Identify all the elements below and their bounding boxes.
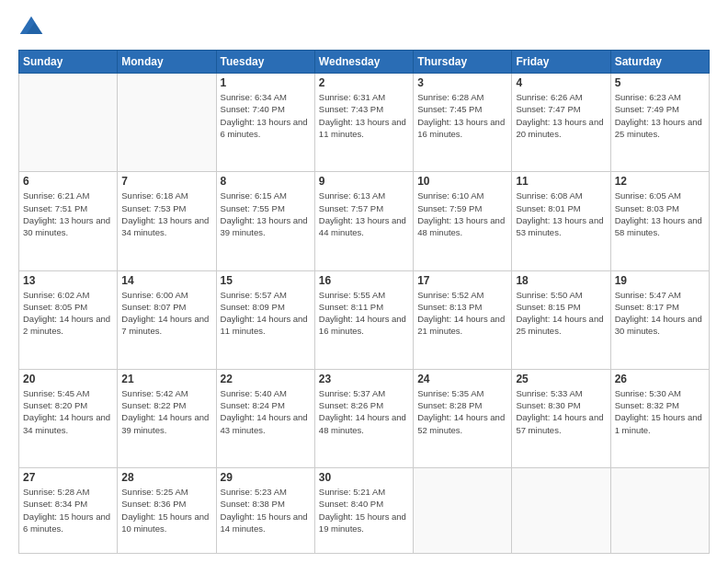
- calendar-cell: 9Sunrise: 6:13 AM Sunset: 7:57 PM Daylig…: [314, 172, 413, 270]
- day-info: Sunrise: 5:45 AM Sunset: 8:20 PM Dayligh…: [23, 387, 113, 436]
- day-info: Sunrise: 6:02 AM Sunset: 8:05 PM Dayligh…: [23, 289, 113, 338]
- day-info: Sunrise: 5:25 AM Sunset: 8:36 PM Dayligh…: [121, 486, 211, 534]
- day-info: Sunrise: 6:08 AM Sunset: 8:01 PM Dayligh…: [516, 190, 606, 238]
- calendar-cell: 7Sunrise: 6:18 AM Sunset: 7:53 PM Daylig…: [118, 172, 216, 270]
- day-info: Sunrise: 5:33 AM Sunset: 8:30 PM Dayligh…: [516, 387, 606, 436]
- day-number: 12: [615, 175, 705, 188]
- page: Sunday Monday Tuesday Wednesday Thursday…: [0, 0, 728, 563]
- header: [18, 15, 710, 40]
- col-tuesday: Tuesday: [216, 51, 314, 74]
- day-number: 28: [121, 471, 211, 484]
- day-number: 13: [23, 274, 113, 287]
- day-info: Sunrise: 5:55 AM Sunset: 8:11 PM Dayligh…: [319, 289, 409, 338]
- day-info: Sunrise: 6:10 AM Sunset: 7:59 PM Dayligh…: [417, 190, 507, 238]
- day-number: 30: [319, 471, 409, 484]
- calendar-cell: 27Sunrise: 5:28 AM Sunset: 8:34 PM Dayli…: [19, 468, 118, 554]
- calendar-cell: 12Sunrise: 6:05 AM Sunset: 8:03 PM Dayli…: [610, 172, 709, 270]
- calendar-cell: [414, 468, 512, 554]
- day-number: 10: [417, 175, 507, 188]
- col-wednesday: Wednesday: [314, 51, 413, 74]
- day-number: 17: [417, 274, 507, 287]
- calendar-cell: 26Sunrise: 5:30 AM Sunset: 8:32 PM Dayli…: [610, 369, 709, 467]
- day-info: Sunrise: 6:13 AM Sunset: 7:57 PM Dayligh…: [319, 190, 409, 238]
- calendar-cell: 3Sunrise: 6:28 AM Sunset: 7:45 PM Daylig…: [414, 74, 512, 172]
- day-info: Sunrise: 5:28 AM Sunset: 8:34 PM Dayligh…: [23, 486, 113, 534]
- day-info: Sunrise: 6:23 AM Sunset: 7:49 PM Dayligh…: [615, 91, 705, 140]
- calendar-cell: 30Sunrise: 5:21 AM Sunset: 8:40 PM Dayli…: [314, 468, 413, 554]
- calendar-cell: 15Sunrise: 5:57 AM Sunset: 8:09 PM Dayli…: [216, 270, 314, 369]
- day-number: 19: [615, 274, 705, 287]
- day-info: Sunrise: 6:26 AM Sunset: 7:47 PM Dayligh…: [516, 91, 606, 140]
- day-number: 25: [516, 373, 606, 385]
- day-number: 6: [23, 175, 113, 188]
- day-number: 8: [221, 175, 311, 188]
- col-friday: Friday: [512, 51, 610, 74]
- day-number: 3: [417, 76, 507, 89]
- calendar-cell: 23Sunrise: 5:37 AM Sunset: 8:26 PM Dayli…: [314, 369, 413, 467]
- calendar-cell: 10Sunrise: 6:10 AM Sunset: 7:59 PM Dayli…: [414, 172, 512, 270]
- calendar-cell: 6Sunrise: 6:21 AM Sunset: 7:51 PM Daylig…: [19, 172, 118, 270]
- day-info: Sunrise: 5:23 AM Sunset: 8:38 PM Dayligh…: [221, 486, 311, 534]
- day-number: 4: [516, 76, 606, 89]
- day-info: Sunrise: 6:18 AM Sunset: 7:53 PM Dayligh…: [121, 190, 211, 238]
- day-info: Sunrise: 5:50 AM Sunset: 8:15 PM Dayligh…: [516, 289, 606, 338]
- calendar-week-row: 27Sunrise: 5:28 AM Sunset: 8:34 PM Dayli…: [19, 468, 710, 554]
- calendar-cell: 14Sunrise: 6:00 AM Sunset: 8:07 PM Dayli…: [118, 270, 216, 369]
- calendar-week-row: 6Sunrise: 6:21 AM Sunset: 7:51 PM Daylig…: [19, 172, 710, 270]
- day-info: Sunrise: 6:31 AM Sunset: 7:43 PM Dayligh…: [319, 91, 409, 140]
- day-info: Sunrise: 6:21 AM Sunset: 7:51 PM Dayligh…: [23, 190, 113, 238]
- calendar-cell: 5Sunrise: 6:23 AM Sunset: 7:49 PM Daylig…: [610, 74, 709, 172]
- calendar-cell: 8Sunrise: 6:15 AM Sunset: 7:55 PM Daylig…: [216, 172, 314, 270]
- calendar-cell: 4Sunrise: 6:26 AM Sunset: 7:47 PM Daylig…: [512, 74, 610, 172]
- day-info: Sunrise: 6:00 AM Sunset: 8:07 PM Dayligh…: [121, 289, 211, 338]
- day-info: Sunrise: 6:28 AM Sunset: 7:45 PM Dayligh…: [417, 91, 507, 140]
- day-info: Sunrise: 5:42 AM Sunset: 8:22 PM Dayligh…: [121, 387, 211, 436]
- calendar-week-row: 20Sunrise: 5:45 AM Sunset: 8:20 PM Dayli…: [19, 369, 710, 467]
- calendar-cell: 13Sunrise: 6:02 AM Sunset: 8:05 PM Dayli…: [19, 270, 118, 369]
- day-number: 5: [615, 76, 705, 89]
- day-number: 11: [516, 175, 606, 188]
- day-number: 20: [23, 373, 113, 385]
- day-number: 24: [417, 373, 507, 385]
- calendar-cell: 25Sunrise: 5:33 AM Sunset: 8:30 PM Dayli…: [512, 369, 610, 467]
- day-number: 21: [121, 373, 211, 385]
- calendar-cell: 19Sunrise: 5:47 AM Sunset: 8:17 PM Dayli…: [610, 270, 709, 369]
- day-info: Sunrise: 6:05 AM Sunset: 8:03 PM Dayligh…: [615, 190, 705, 238]
- calendar-cell: 17Sunrise: 5:52 AM Sunset: 8:13 PM Dayli…: [414, 270, 512, 369]
- day-number: 22: [221, 373, 311, 385]
- day-number: 7: [121, 175, 211, 188]
- calendar-header-row: Sunday Monday Tuesday Wednesday Thursday…: [19, 51, 710, 74]
- day-info: Sunrise: 5:52 AM Sunset: 8:13 PM Dayligh…: [417, 289, 507, 338]
- calendar-cell: [118, 74, 216, 172]
- day-number: 15: [221, 274, 311, 287]
- day-info: Sunrise: 5:35 AM Sunset: 8:28 PM Dayligh…: [417, 387, 507, 436]
- day-number: 18: [516, 274, 606, 287]
- day-info: Sunrise: 5:37 AM Sunset: 8:26 PM Dayligh…: [319, 387, 409, 436]
- day-info: Sunrise: 6:34 AM Sunset: 7:40 PM Dayligh…: [221, 91, 311, 140]
- calendar-cell: 16Sunrise: 5:55 AM Sunset: 8:11 PM Dayli…: [314, 270, 413, 369]
- day-info: Sunrise: 5:57 AM Sunset: 8:09 PM Dayligh…: [221, 289, 311, 338]
- calendar-cell: 18Sunrise: 5:50 AM Sunset: 8:15 PM Dayli…: [512, 270, 610, 369]
- calendar-cell: 22Sunrise: 5:40 AM Sunset: 8:24 PM Dayli…: [216, 369, 314, 467]
- day-info: Sunrise: 5:21 AM Sunset: 8:40 PM Dayligh…: [319, 486, 409, 534]
- calendar-week-row: 13Sunrise: 6:02 AM Sunset: 8:05 PM Dayli…: [19, 270, 710, 369]
- calendar-cell: [19, 74, 118, 172]
- calendar-table: Sunday Monday Tuesday Wednesday Thursday…: [18, 50, 710, 554]
- calendar-cell: 1Sunrise: 6:34 AM Sunset: 7:40 PM Daylig…: [216, 74, 314, 172]
- day-info: Sunrise: 5:47 AM Sunset: 8:17 PM Dayligh…: [615, 289, 705, 338]
- calendar-cell: [512, 468, 610, 554]
- day-number: 1: [221, 76, 311, 89]
- day-number: 26: [615, 373, 705, 385]
- day-number: 23: [319, 373, 409, 385]
- calendar-cell: 28Sunrise: 5:25 AM Sunset: 8:36 PM Dayli…: [118, 468, 216, 554]
- day-info: Sunrise: 5:30 AM Sunset: 8:32 PM Dayligh…: [615, 387, 705, 436]
- calendar-cell: 21Sunrise: 5:42 AM Sunset: 8:22 PM Dayli…: [118, 369, 216, 467]
- col-saturday: Saturday: [610, 51, 709, 74]
- col-thursday: Thursday: [414, 51, 512, 74]
- logo: [18, 15, 48, 40]
- calendar-cell: 20Sunrise: 5:45 AM Sunset: 8:20 PM Dayli…: [19, 369, 118, 467]
- day-number: 16: [319, 274, 409, 287]
- calendar-cell: 24Sunrise: 5:35 AM Sunset: 8:28 PM Dayli…: [414, 369, 512, 467]
- day-number: 9: [319, 175, 409, 188]
- logo-icon: [18, 15, 44, 40]
